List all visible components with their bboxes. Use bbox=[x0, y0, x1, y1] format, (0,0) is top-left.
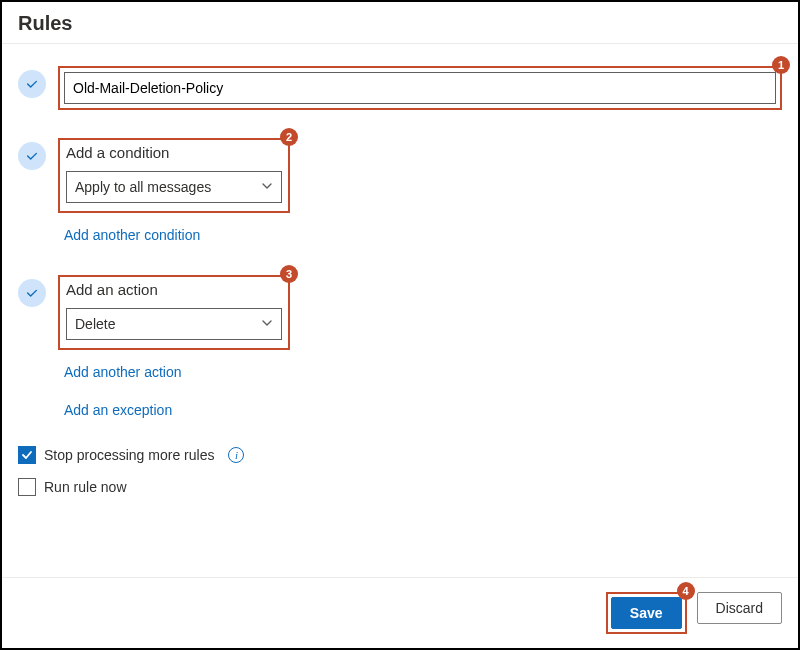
chevron-down-icon bbox=[261, 316, 273, 332]
add-another-condition-link[interactable]: Add another condition bbox=[64, 227, 200, 243]
condition-selected: Apply to all messages bbox=[75, 179, 211, 195]
check-icon bbox=[18, 70, 46, 98]
stop-processing-checkbox[interactable] bbox=[18, 446, 36, 464]
run-now-row[interactable]: Run rule now bbox=[18, 478, 782, 496]
callout-box-1: 1 bbox=[58, 66, 782, 110]
action-row: 3 Add an action Delete bbox=[18, 275, 782, 350]
action-dropdown[interactable]: Delete bbox=[66, 308, 282, 340]
content-area: 1 2 Add a condition Apply to all message… bbox=[2, 44, 798, 577]
options-block: Stop processing more rules i Run rule no… bbox=[18, 446, 782, 496]
callout-badge-2: 2 bbox=[280, 128, 298, 146]
add-another-action-link[interactable]: Add another action bbox=[64, 364, 182, 380]
stop-processing-label: Stop processing more rules bbox=[44, 447, 214, 463]
save-button[interactable]: Save bbox=[611, 597, 682, 629]
callout-box-4: 4 Save bbox=[606, 592, 687, 634]
action-label: Add an action bbox=[66, 281, 282, 298]
add-condition-row: Add another condition bbox=[64, 227, 782, 243]
callout-box-2: 2 Add a condition Apply to all messages bbox=[58, 138, 290, 213]
check-icon bbox=[18, 142, 46, 170]
info-icon[interactable]: i bbox=[228, 447, 244, 463]
stop-processing-row[interactable]: Stop processing more rules i bbox=[18, 446, 782, 464]
check-icon bbox=[18, 279, 46, 307]
condition-dropdown[interactable]: Apply to all messages bbox=[66, 171, 282, 203]
run-now-label: Run rule now bbox=[44, 479, 127, 495]
callout-badge-1: 1 bbox=[772, 56, 790, 74]
rule-name-input[interactable] bbox=[64, 72, 776, 104]
callout-box-3: 3 Add an action Delete bbox=[58, 275, 290, 350]
add-action-row: Add another action bbox=[64, 364, 782, 380]
action-selected: Delete bbox=[75, 316, 115, 332]
callout-badge-3: 3 bbox=[280, 265, 298, 283]
callout-badge-4: 4 bbox=[677, 582, 695, 600]
footer: 4 Save Discard bbox=[2, 577, 798, 648]
discard-button[interactable]: Discard bbox=[697, 592, 782, 624]
rule-name-row: 1 bbox=[18, 66, 782, 110]
condition-row: 2 Add a condition Apply to all messages bbox=[18, 138, 782, 213]
condition-label: Add a condition bbox=[66, 144, 282, 161]
add-exception-row: Add an exception bbox=[64, 402, 782, 418]
header: Rules bbox=[2, 2, 798, 44]
add-exception-link[interactable]: Add an exception bbox=[64, 402, 172, 418]
chevron-down-icon bbox=[261, 179, 273, 195]
run-now-checkbox[interactable] bbox=[18, 478, 36, 496]
rules-panel: Rules 1 2 Add a condition bbox=[0, 0, 800, 650]
page-title: Rules bbox=[18, 12, 782, 35]
